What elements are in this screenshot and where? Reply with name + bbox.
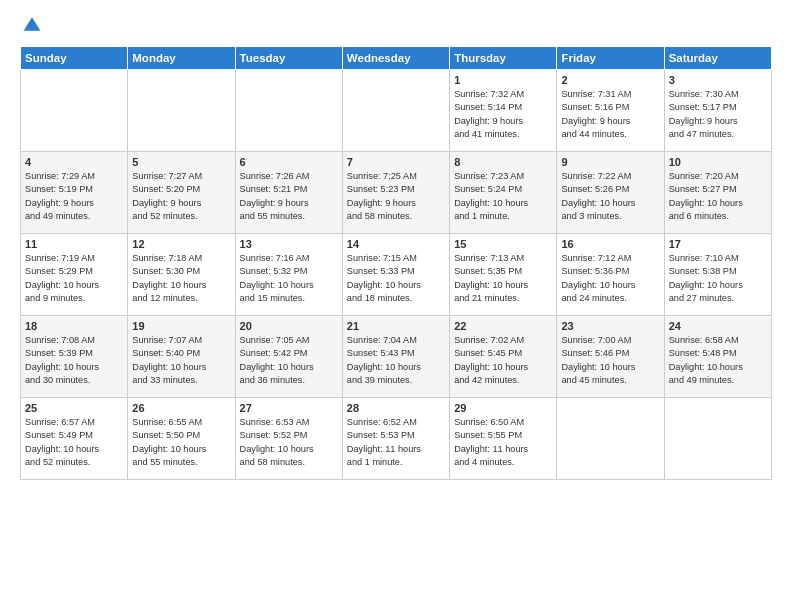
calendar-cell: 27Sunrise: 6:53 AM Sunset: 5:52 PM Dayli… — [235, 398, 342, 480]
week-row-2: 4Sunrise: 7:29 AM Sunset: 5:19 PM Daylig… — [21, 152, 772, 234]
calendar-cell: 9Sunrise: 7:22 AM Sunset: 5:26 PM Daylig… — [557, 152, 664, 234]
calendar-cell — [557, 398, 664, 480]
header — [20, 16, 772, 36]
day-info: Sunrise: 6:53 AM Sunset: 5:52 PM Dayligh… — [240, 417, 314, 467]
day-info: Sunrise: 7:20 AM Sunset: 5:27 PM Dayligh… — [669, 171, 743, 221]
calendar-cell: 26Sunrise: 6:55 AM Sunset: 5:50 PM Dayli… — [128, 398, 235, 480]
calendar-cell — [664, 398, 771, 480]
day-number: 4 — [25, 156, 123, 168]
calendar-cell: 5Sunrise: 7:27 AM Sunset: 5:20 PM Daylig… — [128, 152, 235, 234]
day-number: 28 — [347, 402, 445, 414]
day-number: 29 — [454, 402, 552, 414]
calendar-cell: 13Sunrise: 7:16 AM Sunset: 5:32 PM Dayli… — [235, 234, 342, 316]
day-info: Sunrise: 7:00 AM Sunset: 5:46 PM Dayligh… — [561, 335, 635, 385]
day-number: 25 — [25, 402, 123, 414]
day-number: 10 — [669, 156, 767, 168]
day-number: 19 — [132, 320, 230, 332]
calendar-cell: 15Sunrise: 7:13 AM Sunset: 5:35 PM Dayli… — [450, 234, 557, 316]
day-info: Sunrise: 7:30 AM Sunset: 5:17 PM Dayligh… — [669, 89, 739, 139]
day-number: 20 — [240, 320, 338, 332]
calendar-cell: 7Sunrise: 7:25 AM Sunset: 5:23 PM Daylig… — [342, 152, 449, 234]
calendar-table: SundayMondayTuesdayWednesdayThursdayFrid… — [20, 46, 772, 480]
day-info: Sunrise: 7:02 AM Sunset: 5:45 PM Dayligh… — [454, 335, 528, 385]
calendar-cell: 18Sunrise: 7:08 AM Sunset: 5:39 PM Dayli… — [21, 316, 128, 398]
day-info: Sunrise: 7:23 AM Sunset: 5:24 PM Dayligh… — [454, 171, 528, 221]
calendar-body: 1Sunrise: 7:32 AM Sunset: 5:14 PM Daylig… — [21, 70, 772, 480]
day-info: Sunrise: 7:27 AM Sunset: 5:20 PM Dayligh… — [132, 171, 202, 221]
calendar-cell: 12Sunrise: 7:18 AM Sunset: 5:30 PM Dayli… — [128, 234, 235, 316]
calendar-cell — [21, 70, 128, 152]
day-number: 8 — [454, 156, 552, 168]
day-info: Sunrise: 7:18 AM Sunset: 5:30 PM Dayligh… — [132, 253, 206, 303]
day-info: Sunrise: 7:15 AM Sunset: 5:33 PM Dayligh… — [347, 253, 421, 303]
day-info: Sunrise: 6:52 AM Sunset: 5:53 PM Dayligh… — [347, 417, 421, 467]
calendar-cell: 20Sunrise: 7:05 AM Sunset: 5:42 PM Dayli… — [235, 316, 342, 398]
day-number: 1 — [454, 74, 552, 86]
calendar-cell — [128, 70, 235, 152]
day-info: Sunrise: 7:19 AM Sunset: 5:29 PM Dayligh… — [25, 253, 99, 303]
logo-icon — [22, 14, 42, 34]
header-cell-saturday: Saturday — [664, 47, 771, 70]
day-info: Sunrise: 7:25 AM Sunset: 5:23 PM Dayligh… — [347, 171, 417, 221]
header-row: SundayMondayTuesdayWednesdayThursdayFrid… — [21, 47, 772, 70]
calendar-cell: 3Sunrise: 7:30 AM Sunset: 5:17 PM Daylig… — [664, 70, 771, 152]
day-info: Sunrise: 6:50 AM Sunset: 5:55 PM Dayligh… — [454, 417, 528, 467]
week-row-1: 1Sunrise: 7:32 AM Sunset: 5:14 PM Daylig… — [21, 70, 772, 152]
day-info: Sunrise: 7:07 AM Sunset: 5:40 PM Dayligh… — [132, 335, 206, 385]
calendar-cell: 17Sunrise: 7:10 AM Sunset: 5:38 PM Dayli… — [664, 234, 771, 316]
calendar-cell: 10Sunrise: 7:20 AM Sunset: 5:27 PM Dayli… — [664, 152, 771, 234]
week-row-5: 25Sunrise: 6:57 AM Sunset: 5:49 PM Dayli… — [21, 398, 772, 480]
day-number: 23 — [561, 320, 659, 332]
day-number: 7 — [347, 156, 445, 168]
day-number: 18 — [25, 320, 123, 332]
calendar-cell: 29Sunrise: 6:50 AM Sunset: 5:55 PM Dayli… — [450, 398, 557, 480]
header-cell-monday: Monday — [128, 47, 235, 70]
calendar-cell: 16Sunrise: 7:12 AM Sunset: 5:36 PM Dayli… — [557, 234, 664, 316]
day-info: Sunrise: 6:55 AM Sunset: 5:50 PM Dayligh… — [132, 417, 206, 467]
calendar-cell: 6Sunrise: 7:26 AM Sunset: 5:21 PM Daylig… — [235, 152, 342, 234]
day-number: 17 — [669, 238, 767, 250]
week-row-3: 11Sunrise: 7:19 AM Sunset: 5:29 PM Dayli… — [21, 234, 772, 316]
header-cell-wednesday: Wednesday — [342, 47, 449, 70]
day-info: Sunrise: 7:05 AM Sunset: 5:42 PM Dayligh… — [240, 335, 314, 385]
calendar-cell — [342, 70, 449, 152]
day-info: Sunrise: 7:08 AM Sunset: 5:39 PM Dayligh… — [25, 335, 99, 385]
day-info: Sunrise: 7:29 AM Sunset: 5:19 PM Dayligh… — [25, 171, 95, 221]
day-number: 24 — [669, 320, 767, 332]
day-number: 5 — [132, 156, 230, 168]
calendar-cell: 2Sunrise: 7:31 AM Sunset: 5:16 PM Daylig… — [557, 70, 664, 152]
day-number: 15 — [454, 238, 552, 250]
calendar-cell: 8Sunrise: 7:23 AM Sunset: 5:24 PM Daylig… — [450, 152, 557, 234]
day-number: 11 — [25, 238, 123, 250]
calendar-cell: 24Sunrise: 6:58 AM Sunset: 5:48 PM Dayli… — [664, 316, 771, 398]
day-info: Sunrise: 7:10 AM Sunset: 5:38 PM Dayligh… — [669, 253, 743, 303]
calendar-cell: 19Sunrise: 7:07 AM Sunset: 5:40 PM Dayli… — [128, 316, 235, 398]
day-number: 27 — [240, 402, 338, 414]
day-number: 2 — [561, 74, 659, 86]
day-info: Sunrise: 7:13 AM Sunset: 5:35 PM Dayligh… — [454, 253, 528, 303]
day-number: 26 — [132, 402, 230, 414]
header-cell-friday: Friday — [557, 47, 664, 70]
calendar-header: SundayMondayTuesdayWednesdayThursdayFrid… — [21, 47, 772, 70]
day-info: Sunrise: 7:31 AM Sunset: 5:16 PM Dayligh… — [561, 89, 631, 139]
calendar-cell: 14Sunrise: 7:15 AM Sunset: 5:33 PM Dayli… — [342, 234, 449, 316]
calendar-cell: 4Sunrise: 7:29 AM Sunset: 5:19 PM Daylig… — [21, 152, 128, 234]
day-info: Sunrise: 7:26 AM Sunset: 5:21 PM Dayligh… — [240, 171, 310, 221]
calendar-cell — [235, 70, 342, 152]
calendar-cell: 21Sunrise: 7:04 AM Sunset: 5:43 PM Dayli… — [342, 316, 449, 398]
day-number: 22 — [454, 320, 552, 332]
header-cell-sunday: Sunday — [21, 47, 128, 70]
day-number: 12 — [132, 238, 230, 250]
day-number: 13 — [240, 238, 338, 250]
header-cell-tuesday: Tuesday — [235, 47, 342, 70]
day-info: Sunrise: 7:12 AM Sunset: 5:36 PM Dayligh… — [561, 253, 635, 303]
calendar-cell: 11Sunrise: 7:19 AM Sunset: 5:29 PM Dayli… — [21, 234, 128, 316]
day-info: Sunrise: 7:16 AM Sunset: 5:32 PM Dayligh… — [240, 253, 314, 303]
day-info: Sunrise: 7:04 AM Sunset: 5:43 PM Dayligh… — [347, 335, 421, 385]
day-number: 16 — [561, 238, 659, 250]
day-number: 21 — [347, 320, 445, 332]
week-row-4: 18Sunrise: 7:08 AM Sunset: 5:39 PM Dayli… — [21, 316, 772, 398]
day-number: 9 — [561, 156, 659, 168]
day-info: Sunrise: 6:57 AM Sunset: 5:49 PM Dayligh… — [25, 417, 99, 467]
svg-marker-0 — [24, 17, 41, 30]
